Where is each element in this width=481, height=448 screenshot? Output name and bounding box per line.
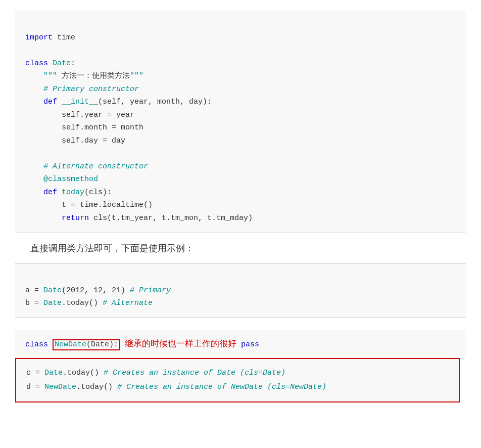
inheritance-annotation: 继承的时候也一样工作的很好	[125, 339, 236, 348]
prose-text-1: 直接调用类方法即可，下面是使用示例：	[15, 233, 466, 263]
spacer	[15, 318, 466, 330]
code-block-2: a = Date(2012, 12, 21) # Primary b = Dat…	[15, 264, 466, 317]
import-keyword: import	[25, 33, 53, 42]
code-block-1: import time class Date: """ 方法一：使用类方法"""…	[15, 10, 466, 233]
class-block: class NewDate(Date): 继承的时候也一样工作的很好 pass	[15, 330, 466, 359]
newdate-highlight-box: NewDate(Date):	[53, 339, 120, 350]
last-code-block: c = Date.today() # Creates an instance o…	[15, 358, 460, 402]
